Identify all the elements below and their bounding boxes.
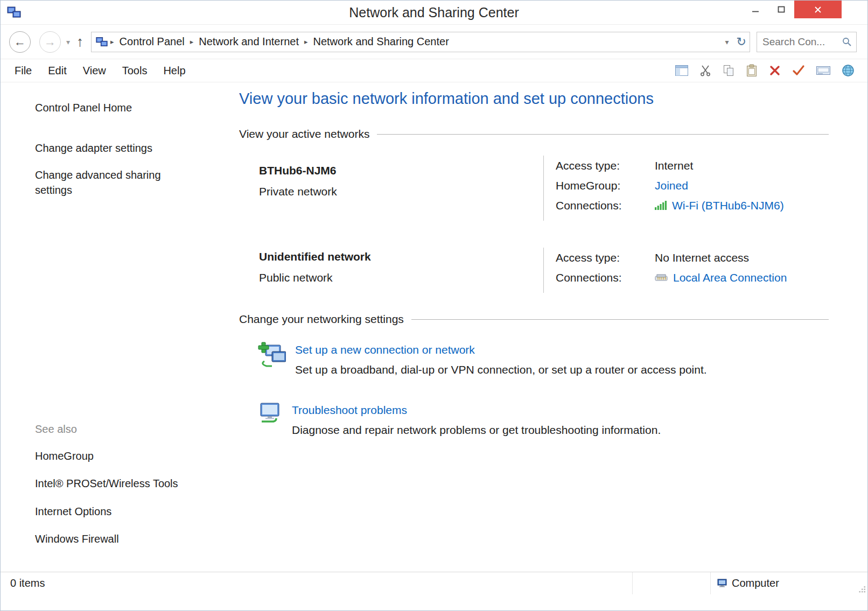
sidebar-item-control-panel-home[interactable]: Control Panel Home <box>35 101 194 116</box>
delete-button[interactable] <box>768 64 782 78</box>
breadcrumb-separator-icon: ▸ <box>188 38 195 46</box>
search-input[interactable] <box>762 36 842 48</box>
breadcrumb-separator-icon: ▸ <box>109 38 116 46</box>
setup-new-connection-description: Set up a broadband, dial-up or VPN conne… <box>295 363 707 376</box>
resize-grip[interactable] <box>858 585 866 593</box>
ethernet-icon <box>655 273 669 282</box>
sidebar-item-intel-proset-wireless-tools[interactable]: Intel® PROSet/Wireless Tools <box>35 476 194 491</box>
network-details: Access type: No Internet access Connecti… <box>543 248 829 293</box>
delete-x-icon <box>769 65 781 76</box>
preview-pane-button[interactable] <box>674 64 689 77</box>
see-also-header: See also <box>35 423 218 436</box>
access-type-label: Access type: <box>556 159 655 172</box>
access-type-value: Internet <box>655 159 693 172</box>
menu-file[interactable]: File <box>15 65 32 77</box>
back-button[interactable]: ← <box>9 31 31 53</box>
network-details: Access type: Internet HomeGroup: Joined … <box>543 156 829 221</box>
network-item-unidentified: Unidentified network Public network Acce… <box>239 248 829 293</box>
sidebar: Control Panel Home Change adapter settin… <box>1 82 239 572</box>
homegroup-row: HomeGroup: Joined <box>556 175 829 195</box>
help-button[interactable] <box>841 63 856 78</box>
menu-bar: File Edit View Tools Help <box>1 59 867 82</box>
close-button[interactable] <box>794 1 842 18</box>
setup-new-connection-link[interactable]: Set up a new connection or network <box>295 343 475 356</box>
menu-edit[interactable]: Edit <box>48 65 66 77</box>
network-sharing-center-window: Network and Sharing Center ← → ▾ ↑ ▸ Con… <box>0 0 868 611</box>
connections-label: Connections: <box>556 271 655 284</box>
network-item-bthub6: BTHub6-NJM6 Private network Access type:… <box>239 156 829 221</box>
maximize-icon <box>778 6 785 13</box>
setting-text: Set up a new connection or network Set u… <box>295 342 707 376</box>
paste-icon <box>746 64 758 77</box>
troubleshoot-problems-item: Troubleshoot problems Diagnose and repai… <box>239 402 829 437</box>
cut-button[interactable] <box>698 64 712 78</box>
access-type-row: Access type: Internet <box>556 156 829 175</box>
window-controls <box>743 1 842 18</box>
paste-button[interactable] <box>745 63 759 78</box>
statusbar-spacer <box>632 572 710 594</box>
access-type-value: No Internet access <box>655 251 749 264</box>
connections-label: Connections: <box>556 199 655 212</box>
breadcrumb-network-and-internet[interactable]: Network and Internet <box>195 36 303 48</box>
address-bar-controls: ▾ ↻ <box>725 35 746 49</box>
network-name: BTHub6-NJM6 <box>259 164 543 177</box>
sidebar-item-homegroup[interactable]: HomeGroup <box>35 449 194 464</box>
network-name: Unidentified network <box>259 250 543 263</box>
toolbar <box>674 63 856 78</box>
scissors-icon <box>699 65 711 76</box>
search-box[interactable] <box>757 32 857 52</box>
recent-pages-dropdown-icon[interactable]: ▾ <box>66 38 70 46</box>
menu-tools[interactable]: Tools <box>122 65 148 77</box>
computer-icon <box>717 579 727 588</box>
sidebar-item-change-adapter-settings[interactable]: Change adapter settings <box>35 141 194 156</box>
address-bar[interactable]: ▸ Control Panel ▸ Network and Internet ▸… <box>91 32 750 52</box>
copy-button[interactable] <box>722 64 736 78</box>
globe-icon <box>842 64 855 77</box>
minimize-icon <box>752 6 759 13</box>
window-bottom-edge <box>1 594 867 610</box>
refresh-icon[interactable]: ↻ <box>737 35 746 49</box>
navigation-bar: ← → ▾ ↑ ▸ Control Panel ▸ Network and In… <box>1 25 867 59</box>
status-bar: 0 items Computer <box>1 572 867 594</box>
breadcrumb-control-panel[interactable]: Control Panel <box>116 36 188 48</box>
computer-status: Computer <box>710 572 867 594</box>
breadcrumb-network-sharing-center[interactable]: Network and Sharing Center <box>309 36 452 48</box>
homegroup-label: HomeGroup: <box>556 179 655 192</box>
access-type-label: Access type: <box>556 251 655 264</box>
homegroup-joined-link[interactable]: Joined <box>655 179 688 192</box>
up-button[interactable]: ↑ <box>76 33 83 50</box>
sidebar-item-change-advanced-sharing-settings[interactable]: Change advanced sharing settings <box>35 168 194 198</box>
mail-icon <box>816 65 830 76</box>
troubleshoot-icon <box>258 402 283 437</box>
local-area-connection-link[interactable]: Local Area Connection <box>673 271 787 284</box>
sidebar-item-windows-firewall[interactable]: Windows Firewall <box>35 532 194 547</box>
computer-label: Computer <box>732 577 779 589</box>
forward-button[interactable]: → <box>39 31 61 53</box>
troubleshoot-problems-description: Diagnose and repair network problems or … <box>292 424 661 437</box>
search-icon[interactable] <box>842 37 852 47</box>
properties-button[interactable] <box>791 64 806 78</box>
maximize-button[interactable] <box>768 1 794 18</box>
window-body: Control Panel Home Change adapter settin… <box>1 82 867 572</box>
setup-new-connection-item: Set up a new connection or network Set u… <box>239 342 829 376</box>
access-type-row: Access type: No Internet access <box>556 248 829 268</box>
address-dropdown-icon[interactable]: ▾ <box>725 38 729 46</box>
troubleshoot-problems-link[interactable]: Troubleshoot problems <box>292 404 407 417</box>
connections-row: Connections: Wi-Fi (BTHub6-NJM6) <box>556 195 829 215</box>
network-app-icon <box>7 5 21 19</box>
sidebar-item-internet-options[interactable]: Internet Options <box>35 504 194 519</box>
forward-icon: → <box>44 35 56 49</box>
main-content: View your basic network information and … <box>239 82 867 572</box>
title-bar: Network and Sharing Center <box>1 1 867 25</box>
menu-help[interactable]: Help <box>163 65 185 77</box>
menu-view[interactable]: View <box>83 65 106 77</box>
active-networks-header-label: View your active networks <box>239 128 369 141</box>
network-profile: Private network <box>259 185 543 198</box>
minimize-button[interactable] <box>743 1 768 18</box>
networking-settings-header-label: Change your networking settings <box>239 313 404 326</box>
mail-button[interactable] <box>815 64 831 77</box>
network-location-icon <box>96 36 108 48</box>
wifi-connection-link[interactable]: Wi-Fi (BTHub6-NJM6) <box>672 199 784 212</box>
network-identity: BTHub6-NJM6 Private network <box>239 156 543 221</box>
network-identity: Unidentified network Public network <box>239 248 543 293</box>
